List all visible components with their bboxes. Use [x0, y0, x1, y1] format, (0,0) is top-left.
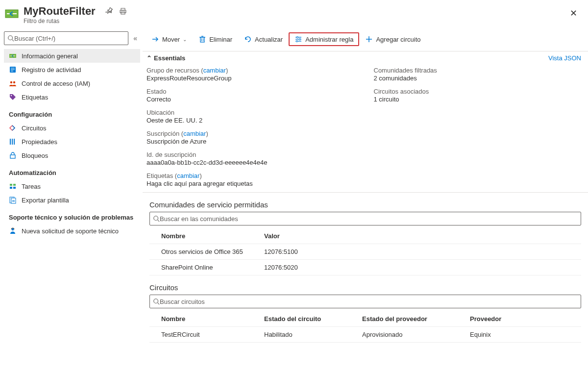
- svg-point-41: [154, 299, 158, 303]
- svg-point-12: [13, 81, 15, 83]
- col-header-vendor[interactable]: Proveedor: [470, 315, 572, 323]
- sidebar-item-iam[interactable]: Control de acceso (IAM): [4, 76, 140, 90]
- col-header-state[interactable]: Estado del circuito: [264, 315, 362, 323]
- table-row[interactable]: TestERCircuit Habilitado Aprovisionado E…: [149, 327, 581, 343]
- refresh-button[interactable]: Actualizar: [238, 32, 289, 46]
- svg-point-32: [297, 36, 298, 38]
- sidebar-item-label: Circuitos: [22, 125, 47, 132]
- sidebar-search[interactable]: [4, 31, 128, 45]
- col-header-value[interactable]: Valor: [264, 232, 572, 240]
- svg-point-39: [154, 216, 158, 221]
- tag-icon: [9, 93, 17, 101]
- sidebar-search-input[interactable]: [14, 35, 125, 42]
- sidebar-section-auto: Automatización: [4, 162, 140, 179]
- svg-rect-16: [14, 139, 15, 145]
- props-icon: [9, 138, 17, 146]
- svg-rect-26: [200, 37, 204, 42]
- svg-point-11: [10, 81, 12, 83]
- col-header-name[interactable]: Nombre: [161, 232, 264, 240]
- circuits-search[interactable]: [149, 295, 581, 308]
- circuits-title: Circuitos: [143, 275, 588, 295]
- change-tags-link[interactable]: cambiar: [177, 172, 199, 179]
- col-header-provstate[interactable]: Estado del proveedor: [362, 315, 470, 323]
- svg-rect-18: [10, 184, 12, 186]
- essentials-toggle[interactable]: ⌃ Essentials: [147, 54, 185, 62]
- collapse-sidebar-icon[interactable]: «: [130, 34, 140, 42]
- sidebar-item-label: Registro de actividad: [22, 66, 81, 74]
- sidebar-item-locks[interactable]: Bloqueos: [4, 149, 140, 162]
- sidebar-item-activity-log[interactable]: Registro de actividad: [4, 63, 140, 76]
- search-icon: [153, 298, 160, 305]
- arrow-right-icon: [151, 35, 159, 43]
- blade-header: MyRouteFilter Filtro de rutas ✕: [0, 0, 588, 27]
- add-tags-link[interactable]: Haga clic aquí para agregar etiquetas: [147, 180, 354, 187]
- col-header-name[interactable]: Nombre: [161, 315, 264, 323]
- add-circuit-button[interactable]: Agregar circuito: [359, 32, 426, 46]
- svg-point-13: [11, 95, 12, 96]
- overview-icon: [9, 52, 17, 60]
- svg-point-36: [296, 40, 298, 42]
- svg-line-42: [158, 303, 160, 305]
- log-icon: [9, 66, 17, 74]
- sidebar-item-tasks[interactable]: Tareas: [4, 179, 140, 193]
- svg-point-34: [299, 38, 301, 40]
- change-sub-link[interactable]: cambiar: [183, 130, 206, 137]
- subscription-id-value: aaaa0a0a-bb1b-cc2c-dd3d-eeeeee4e4e4e: [147, 159, 354, 166]
- change-rg-link[interactable]: cambiar: [203, 67, 226, 74]
- manage-rule-button[interactable]: Administrar regla: [289, 32, 359, 46]
- essentials-panel: Grupo de recursos (cambiar) ExpressRoute…: [143, 64, 588, 192]
- communities-title: Comunidades de servicio permitidas: [143, 193, 588, 212]
- sidebar-item-tags[interactable]: Etiquetas: [4, 90, 140, 104]
- main-content: Mover ⌄ Eliminar Actualizar Administrar …: [142, 27, 588, 343]
- command-bar: Mover ⌄ Eliminar Actualizar Administrar …: [143, 27, 588, 51]
- circuits-search-input[interactable]: [160, 298, 578, 305]
- state-value: Correcto: [147, 96, 354, 103]
- sidebar-item-properties[interactable]: Propiedades: [4, 135, 140, 149]
- svg-point-24: [12, 228, 14, 231]
- svg-rect-15: [12, 139, 13, 145]
- move-button[interactable]: Mover ⌄: [146, 32, 193, 46]
- page-title: MyRouteFilter: [24, 5, 96, 18]
- sidebar-item-circuits[interactable]: Circuitos: [4, 121, 140, 135]
- table-row[interactable]: Otros servicios de Office 365 12076:5100: [149, 244, 581, 260]
- delete-button[interactable]: Eliminar: [193, 32, 238, 46]
- sidebar-item-label: Etiquetas: [22, 94, 48, 101]
- communities-search-input[interactable]: [160, 215, 578, 223]
- chevron-down-icon: ⌄: [183, 37, 187, 42]
- lock-icon: [9, 151, 17, 159]
- communities-search[interactable]: [149, 212, 581, 225]
- export-icon: [9, 196, 17, 204]
- refresh-icon: [244, 35, 252, 43]
- sidebar-item-new-support-request[interactable]: Nueva solicitud de soporte técnico: [4, 224, 140, 238]
- circuit-icon: [9, 124, 17, 132]
- close-icon[interactable]: ✕: [570, 5, 579, 19]
- sidebar-section-config: Configuración: [4, 104, 140, 121]
- svg-rect-14: [10, 139, 11, 145]
- circuits-value: 1 circuito: [374, 96, 582, 103]
- svg-line-5: [12, 40, 14, 42]
- subscription-link[interactable]: Suscripción de Azure: [147, 138, 354, 145]
- sidebar-item-label: Propiedades: [22, 138, 57, 146]
- chevron-up-icon: ⌃: [147, 54, 152, 62]
- trash-icon: [198, 35, 206, 43]
- pin-icon[interactable]: [105, 7, 113, 15]
- circuits-table: Nombre Estado del circuito Estado del pr…: [149, 311, 581, 343]
- json-view-link[interactable]: Vista JSON: [548, 54, 581, 62]
- plus-icon: [365, 35, 373, 43]
- sidebar-item-export-template[interactable]: Exportar plantilla: [4, 193, 140, 207]
- svg-rect-17: [10, 155, 15, 158]
- support-icon: [9, 227, 17, 235]
- communities-table: Nombre Valor Otros servicios de Office 3…: [149, 228, 581, 275]
- search-icon: [153, 215, 160, 222]
- search-icon: [7, 35, 14, 42]
- svg-line-40: [158, 220, 160, 222]
- location-value: Oeste de EE. UU. 2: [147, 117, 354, 124]
- table-row[interactable]: SharePoint Online 12076:5020: [149, 260, 581, 275]
- sidebar-item-label: Información general: [22, 52, 78, 60]
- print-icon[interactable]: [119, 7, 127, 15]
- sidebar-item-overview[interactable]: Información general: [4, 49, 140, 63]
- sidebar-section-support: Soporte técnico y solución de problemas: [4, 207, 140, 224]
- svg-rect-21: [13, 187, 16, 189]
- resource-group-link[interactable]: ExpressRouteResourceGroup: [147, 75, 354, 82]
- svg-rect-1: [121, 8, 125, 10]
